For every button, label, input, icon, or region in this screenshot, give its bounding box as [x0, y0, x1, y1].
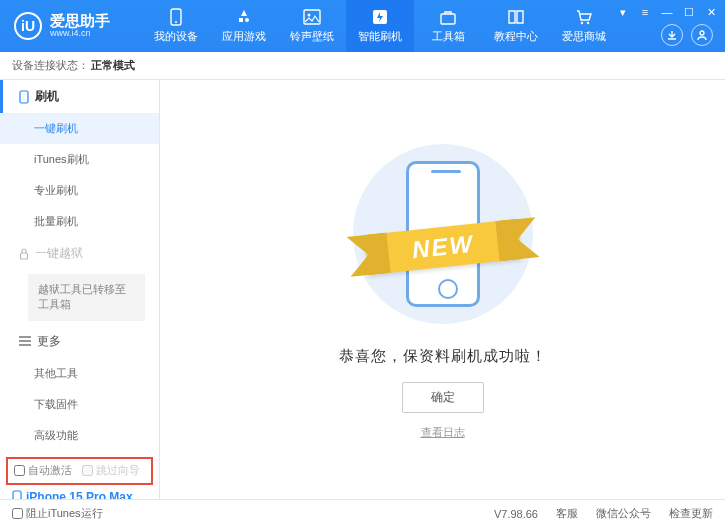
svg-point-7: [587, 22, 589, 24]
support-link[interactable]: 客服: [556, 506, 578, 521]
sidebar-item-other-tools[interactable]: 其他工具: [0, 358, 159, 389]
svg-point-3: [308, 14, 311, 17]
top-nav: 我的设备 应用游戏 铃声壁纸 智能刷机 工具箱 教程中心 爱思商城: [142, 0, 618, 52]
device-name: iPhone 15 Pro Max: [26, 490, 133, 499]
svg-point-8: [700, 31, 704, 35]
view-log-link[interactable]: 查看日志: [421, 425, 465, 440]
status-value: 正常模式: [91, 58, 135, 73]
status-label: 设备连接状态：: [12, 58, 89, 73]
svg-rect-10: [21, 253, 28, 259]
image-icon: [302, 8, 322, 26]
cart-icon: [574, 8, 594, 26]
nav-toolbox[interactable]: 工具箱: [414, 0, 482, 52]
svg-rect-9: [20, 91, 28, 103]
highlight-box: [6, 457, 153, 485]
group-label: 更多: [37, 333, 61, 350]
nav-my-device[interactable]: 我的设备: [142, 0, 210, 52]
nav-tutorials[interactable]: 教程中心: [482, 0, 550, 52]
phone-icon: [19, 90, 29, 104]
nav-label: 智能刷机: [358, 29, 402, 44]
nav-label: 应用游戏: [222, 29, 266, 44]
nav-apps[interactable]: 应用游戏: [210, 0, 278, 52]
success-message: 恭喜您，保资料刷机成功啦！: [339, 347, 547, 366]
success-illustration: NEW: [348, 139, 538, 329]
nav-store[interactable]: 爱思商城: [550, 0, 618, 52]
connection-status-bar: 设备连接状态： 正常模式: [0, 52, 725, 80]
svg-point-1: [175, 21, 177, 23]
lock-icon: [19, 248, 29, 260]
checkbox-label: 阻止iTunes运行: [26, 506, 103, 521]
footer-bar: 阻止iTunes运行 V7.98.66 客服 微信公众号 检查更新: [0, 499, 725, 527]
sidebar-item-download-fw[interactable]: 下载固件: [0, 389, 159, 420]
nav-label: 爱思商城: [562, 29, 606, 44]
menu-icon[interactable]: ▾: [617, 6, 629, 18]
app-name: 爱思助手: [50, 13, 110, 30]
sidebar: 刷机 一键刷机 iTunes刷机 专业刷机 批量刷机 一键越狱 越狱工具已转移至…: [0, 80, 160, 499]
close-button[interactable]: ✕: [705, 6, 717, 18]
svg-rect-2: [304, 10, 320, 24]
wechat-link[interactable]: 微信公众号: [596, 506, 651, 521]
jailbreak-note: 越狱工具已转移至工具箱: [28, 274, 145, 321]
group-label: 刷机: [35, 88, 59, 105]
nav-label: 铃声壁纸: [290, 29, 334, 44]
download-button[interactable]: [661, 24, 683, 46]
minimize-button[interactable]: —: [661, 6, 673, 18]
sidebar-item-advanced[interactable]: 高级功能: [0, 420, 159, 451]
sidebar-group-more[interactable]: 更多: [0, 325, 159, 358]
nav-label: 工具箱: [432, 29, 465, 44]
user-button[interactable]: [691, 24, 713, 46]
sidebar-group-jailbreak: 一键越狱: [0, 237, 159, 270]
nav-label: 我的设备: [154, 29, 198, 44]
sidebar-item-pro[interactable]: 专业刷机: [0, 175, 159, 206]
maximize-button[interactable]: ☐: [683, 6, 695, 18]
update-link[interactable]: 检查更新: [669, 506, 713, 521]
list-icon: [19, 336, 31, 346]
device-info[interactable]: iPhone 15 Pro Max 512GB iPhone: [0, 484, 159, 499]
apps-icon: [234, 8, 254, 26]
book-icon: [506, 8, 526, 26]
phone-icon: [166, 8, 186, 26]
settings-icon[interactable]: ≡: [639, 6, 651, 18]
nav-ringtones[interactable]: 铃声壁纸: [278, 0, 346, 52]
main-panel: NEW 恭喜您，保资料刷机成功啦！ 确定 查看日志: [160, 80, 725, 499]
phone-icon: [12, 490, 22, 499]
title-bar: iU 爱思助手 www.i4.cn 我的设备 应用游戏 铃声壁纸 智能刷机 工具…: [0, 0, 725, 52]
nav-label: 教程中心: [494, 29, 538, 44]
ok-button[interactable]: 确定: [402, 382, 484, 413]
svg-rect-5: [441, 14, 455, 24]
block-itunes-checkbox[interactable]: 阻止iTunes运行: [12, 506, 103, 521]
window-controls: ▾ ≡ — ☐ ✕: [617, 6, 717, 18]
version-label: V7.98.66: [494, 508, 538, 520]
sidebar-item-onekey[interactable]: 一键刷机: [0, 113, 159, 144]
svg-point-6: [581, 22, 583, 24]
logo-icon: iU: [14, 12, 42, 40]
sidebar-item-itunes[interactable]: iTunes刷机: [0, 144, 159, 175]
sidebar-item-batch[interactable]: 批量刷机: [0, 206, 159, 237]
svg-rect-11: [13, 491, 21, 499]
app-url: www.i4.cn: [50, 29, 110, 39]
toolbox-icon: [438, 8, 458, 26]
flash-icon: [370, 8, 390, 26]
nav-flash[interactable]: 智能刷机: [346, 0, 414, 52]
app-logo: iU 爱思助手 www.i4.cn: [0, 12, 124, 40]
group-label: 一键越狱: [35, 245, 83, 262]
sidebar-group-flash[interactable]: 刷机: [0, 80, 159, 113]
